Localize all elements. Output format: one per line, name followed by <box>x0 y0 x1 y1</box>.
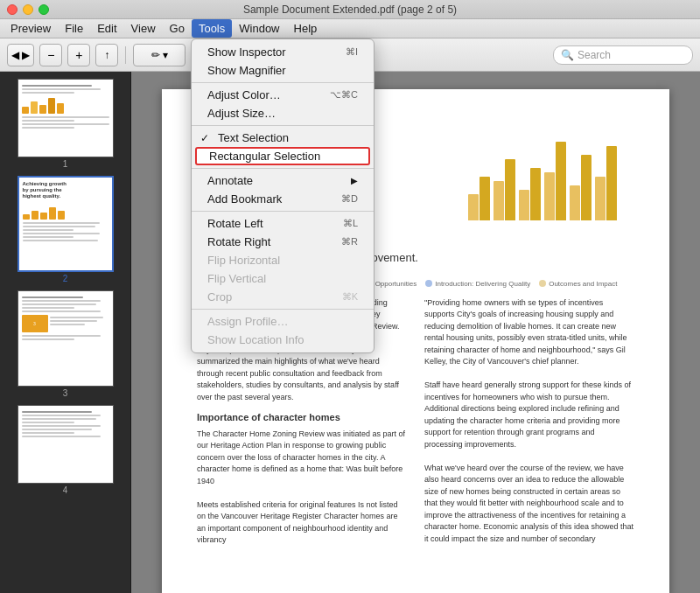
add-bookmark-label: Add Bookmark <box>207 192 282 206</box>
col1-para3: The Character Home Zoning Review was ini… <box>197 429 407 488</box>
search-icon: 🔍 <box>561 49 574 61</box>
tools-dropdown-menu: Show Inspector ⌘I Show Magnifier Adjust … <box>191 38 374 353</box>
pdf-column-right: "Providing home owners with se types of … <box>424 297 634 547</box>
show-inspector-label: Show Inspector <box>207 45 286 59</box>
menu-help[interactable]: Help <box>287 19 325 38</box>
annotate-label: Annotate <box>207 174 253 187</box>
menu-rotate-right[interactable]: Rotate Right ⌘R <box>192 233 374 251</box>
menu-sep-3 <box>192 168 374 169</box>
crop-shortcut: ⌘K <box>342 291 358 303</box>
menu-sep-1 <box>192 82 374 83</box>
col1-para4: Meets established criteria for original … <box>197 499 407 547</box>
menu-text-selection[interactable]: ✓ Text Selection <box>192 129 374 147</box>
col2-para3: What we've heard over the course of the … <box>424 463 634 546</box>
thumb-image-2: Achieving growthby pursuing thehighest q… <box>18 176 114 272</box>
page-thumbnail-1[interactable]: 1 <box>18 79 114 169</box>
rectangular-selection-label: Rectangular Selection <box>209 150 320 163</box>
menu-view[interactable]: View <box>124 19 163 38</box>
rotate-left-label: Rotate Left <box>207 217 263 230</box>
menu-rotate-left[interactable]: Rotate Left ⌘L <box>192 214 374 233</box>
crop-label: Crop <box>207 290 232 303</box>
menu-show-magnifier[interactable]: Show Magnifier <box>192 61 374 80</box>
menu-sep-2 <box>192 125 374 126</box>
menu-go[interactable]: Go <box>163 19 192 38</box>
rotate-left-shortcut: ⌘L <box>343 218 358 229</box>
thumb-image-1 <box>18 79 114 157</box>
page-number-1: 1 <box>63 159 68 169</box>
flip-vertical-label: Flip Vertical <box>207 272 266 285</box>
annotate-arrow: ▶ <box>351 176 358 185</box>
title-bar: Sample Document Extended.pdf (page 2 of … <box>0 0 700 19</box>
section-label-4: Outcomes and Impact <box>549 279 617 289</box>
nav-back-forward-button[interactable]: ◀ ▶ <box>7 44 34 66</box>
section-label-3: Introduction: Delivering Quality <box>435 279 530 289</box>
page-thumbnail-2[interactable]: Achieving growthby pursuing thehighest q… <box>18 176 114 283</box>
menu-rectangular-selection[interactable]: Rectangular Selection <box>195 147 370 165</box>
menu-tools[interactable]: Tools <box>192 19 232 38</box>
adjust-color-shortcut: ⌥⌘C <box>330 89 358 101</box>
page-thumbnail-3[interactable]: 3 3 <box>18 290 114 398</box>
thumb-image-4 <box>18 405 114 484</box>
show-location-label: Show Location Info <box>207 333 304 346</box>
col1-h3: Importance of character homes <box>197 410 407 425</box>
close-button[interactable] <box>7 4 18 15</box>
search-placeholder: Search <box>578 49 611 61</box>
menu-adjust-size[interactable]: Adjust Size… <box>192 104 374 122</box>
show-magnifier-label: Show Magnifier <box>207 64 286 77</box>
menu-show-location: Show Location Info <box>192 331 374 349</box>
maximize-button[interactable] <box>38 4 49 15</box>
minimize-button[interactable] <box>23 4 33 15</box>
text-selection-label: Text Selection <box>218 131 289 144</box>
rotate-right-shortcut: ⌘R <box>341 236 358 248</box>
page-number-3: 3 <box>63 388 68 398</box>
assign-profile-label: Assign Profile… <box>207 315 288 328</box>
menu-show-inspector[interactable]: Show Inspector ⌘I <box>192 43 374 61</box>
pdf-chart <box>468 115 643 220</box>
toolbar-separator-1 <box>125 46 126 64</box>
menu-crop: Crop ⌘K <box>192 288 374 306</box>
menu-flip-horizontal: Flip Horizontal <box>192 251 374 269</box>
menu-sep-4 <box>192 211 374 212</box>
rotate-right-label: Rotate Right <box>207 235 270 248</box>
menu-bar: Preview File Edit View Go Tools Window H… <box>0 19 700 38</box>
page-number-2: 2 <box>63 274 68 283</box>
adjust-color-label: Adjust Color… <box>207 88 281 101</box>
menu-flip-vertical: Flip Vertical <box>192 269 374 288</box>
thumb-image-3: 3 <box>18 290 114 387</box>
menu-assign-profile: Assign Profile… <box>192 312 374 331</box>
col1-para2: City staff provided an update to Council… <box>197 345 407 404</box>
menu-annotate[interactable]: Annotate ▶ <box>192 171 374 190</box>
menu-edit[interactable]: Edit <box>90 19 123 38</box>
fit-page-button[interactable]: ↑ <box>95 44 118 66</box>
page-number-4: 4 <box>63 485 68 495</box>
show-inspector-shortcut: ⌘I <box>346 46 358 58</box>
traffic-lights <box>7 4 49 15</box>
markup-button[interactable]: ✏ ▾ <box>133 44 186 66</box>
page-thumbnail-4[interactable]: 4 <box>18 405 114 495</box>
menu-sep-5 <box>192 309 374 310</box>
window-title: Sample Document Extended.pdf (page 2 of … <box>243 3 457 16</box>
menu-adjust-color[interactable]: Adjust Color… ⌥⌘C <box>192 86 374 104</box>
zoom-in-button[interactable]: + <box>67 44 90 66</box>
text-selection-check: ✓ <box>200 132 209 144</box>
col2-intro: "Providing home owners with se types of … <box>424 297 634 368</box>
menu-file[interactable]: File <box>58 19 90 38</box>
search-bar[interactable]: 🔍 Search <box>553 45 693 65</box>
zoom-out-button[interactable]: − <box>39 44 62 66</box>
flip-horizontal-label: Flip Horizontal <box>207 254 280 267</box>
add-bookmark-shortcut: ⌘D <box>341 193 358 205</box>
sidebar: 1 Achieving growthby pursuing thehighest… <box>0 72 131 593</box>
menu-add-bookmark[interactable]: Add Bookmark ⌘D <box>192 190 374 208</box>
col2-para2: Staff have heard generally strong suppor… <box>424 380 634 450</box>
adjust-size-label: Adjust Size… <box>207 107 276 120</box>
menu-window[interactable]: Window <box>232 19 286 38</box>
menu-preview[interactable]: Preview <box>4 19 58 38</box>
